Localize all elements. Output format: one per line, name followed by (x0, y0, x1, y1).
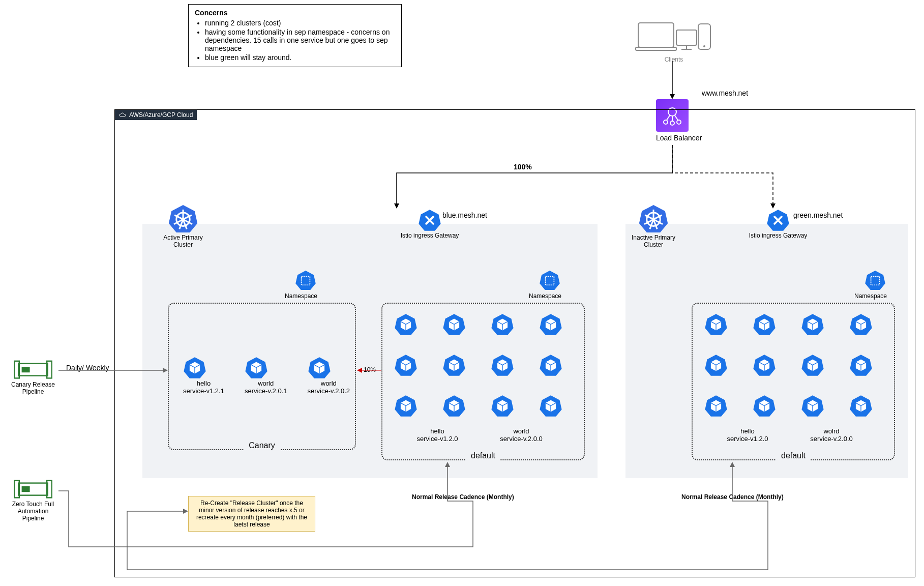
svg-marker-40 (865, 271, 885, 290)
k8s-inactive: Inactive Primary Cluster (628, 203, 679, 248)
cube-icon (801, 354, 824, 377)
istio-icon (418, 209, 441, 232)
canary-pipeline-label: Canary Release Pipeline (8, 381, 58, 395)
svc-name: hello (407, 427, 468, 435)
cube-icon (245, 356, 268, 379)
ns-canary-name: Canary (244, 441, 280, 450)
svg-marker-36 (295, 271, 315, 290)
concerns-list: running 2 clusters (cost) having some fu… (195, 19, 395, 62)
cloud-icon (119, 112, 126, 118)
cube-icon (849, 354, 873, 377)
service-item: wolrd service-v.2.0.0 (798, 427, 865, 443)
svc-ver: service-v.2.0.0 (488, 435, 554, 443)
cube-icon (849, 313, 873, 336)
cube-icon (491, 354, 514, 377)
zero-touch-label: Zero Touch Full Automation Pipeline (8, 501, 58, 522)
cube-icon (704, 354, 728, 377)
blue-default-pods (394, 313, 564, 422)
svc-ver: service-v1.2.0 (407, 435, 468, 443)
svg-point-6 (703, 45, 705, 47)
svc-ver: service-v1.2.0 (717, 435, 778, 443)
cube-icon (394, 354, 418, 377)
cube-icon (442, 394, 466, 418)
ns-default-green-name: default (776, 451, 811, 460)
clients-icon (633, 13, 714, 56)
traffic-10: 10% (364, 366, 376, 373)
green-domain: green.mesh.net (793, 211, 843, 219)
svc-name: hello (717, 427, 778, 435)
svc-name: world (308, 379, 350, 387)
svc-name: wolrd (798, 427, 865, 435)
svc-name: world (245, 379, 287, 387)
kubernetes-icon (638, 203, 669, 234)
svg-rect-130 (22, 486, 30, 492)
svc-ver: service-v.2.0.1 (245, 387, 287, 395)
svg-point-33 (651, 218, 655, 221)
svg-marker-132 (670, 94, 675, 99)
cube-icon (183, 356, 206, 379)
cube-icon (539, 313, 562, 336)
svc-ver: service-v.2.0.2 (308, 387, 350, 395)
zero-touch-pipeline: Zero Touch Full Automation Pipeline (8, 478, 58, 522)
cube-icon (539, 354, 562, 377)
traffic-100: 100% (514, 163, 532, 171)
service-item: world service-v.2.0.0 (488, 427, 554, 443)
concerns-item: running 2 clusters (cost) (205, 19, 395, 27)
cube-icon (442, 354, 466, 377)
cube-icon (801, 313, 824, 336)
cube-icon (704, 313, 728, 336)
svc-name: world (488, 427, 554, 435)
concerns-title: Concerns (195, 9, 228, 17)
cube-icon (704, 394, 728, 418)
cube-icon (753, 394, 776, 418)
svg-rect-126 (22, 367, 30, 372)
svg-point-23 (181, 218, 185, 221)
service-item: hello service-v1.2.1 (183, 356, 224, 395)
cube-icon (394, 394, 418, 418)
concerns-item: having some functionality in sep namespa… (205, 28, 395, 52)
active-cluster-label: Active Primary Cluster (158, 234, 208, 248)
cube-icon (442, 313, 466, 336)
service-item: world service-v.2.0.2 (308, 356, 350, 395)
cube-icon (491, 313, 514, 336)
k8s-active: Active Primary Cluster (158, 203, 208, 248)
cube-icon (849, 394, 873, 418)
svg-rect-0 (638, 23, 674, 47)
cadence-blue: Normal Release Cadence (Monthly) (412, 493, 514, 501)
istio-icon (766, 209, 790, 232)
canary-services: hello service-v1.2.1 world service-v.2.0… (183, 356, 350, 395)
svg-marker-38 (540, 271, 559, 290)
cube-icon (753, 313, 776, 336)
inactive-cluster-label: Inactive Primary Cluster (628, 234, 679, 248)
recreate-note: Re-Create "Release Cluster" once the min… (188, 496, 315, 532)
istio-blue-label: Istio ingress Gateway (384, 232, 475, 239)
svg-rect-2 (676, 30, 697, 45)
cloud-header: AWS/Azure/GCP Cloud (115, 110, 197, 120)
svc-name: hello (183, 379, 224, 387)
green-default-pods (704, 313, 875, 422)
cube-icon (308, 356, 331, 379)
pipeline-icon (12, 359, 54, 381)
ns-default-blue-label: Namespace (529, 292, 561, 300)
service-item: hello service-v1.2.0 (407, 427, 468, 443)
namespace-icon (865, 270, 886, 291)
service-item: hello service-v1.2.0 (717, 427, 778, 443)
cube-icon (801, 394, 824, 418)
namespace-icon (295, 270, 316, 291)
cloud-tag: AWS/Azure/GCP Cloud (129, 111, 193, 119)
concerns-box: Concerns running 2 clusters (cost) havin… (188, 4, 402, 67)
blue-domain: blue.mesh.net (442, 211, 487, 219)
canary-cadence: Daily/ Weekly (66, 364, 109, 372)
clients-group: Clients (633, 13, 714, 63)
svg-rect-1 (636, 47, 676, 50)
cube-icon (753, 354, 776, 377)
namespace-icon (539, 270, 560, 291)
clients-label: Clients (633, 56, 714, 63)
cube-icon (394, 313, 418, 336)
service-item: world service-v.2.0.1 (245, 356, 287, 395)
istio-green-label: Istio ingress Gateway (732, 232, 824, 239)
ns-canary-label: Namespace (285, 292, 317, 300)
kubernetes-icon (168, 203, 198, 234)
concerns-item: blue green will stay around. (205, 53, 395, 62)
svc-ver: service-v.2.0.0 (798, 435, 865, 443)
